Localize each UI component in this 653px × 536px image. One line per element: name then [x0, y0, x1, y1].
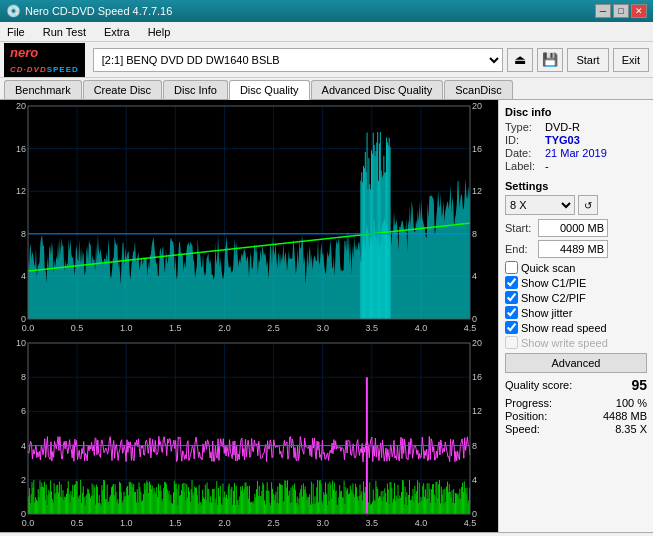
- nero-logo: nero CD·DVDSPEED: [4, 43, 85, 77]
- disc-date-value: 21 Mar 2019: [545, 147, 607, 159]
- menu-run-test[interactable]: Run Test: [40, 25, 89, 39]
- start-input[interactable]: [538, 219, 608, 237]
- disc-type-row: Type: DVD-R: [505, 121, 647, 133]
- tab-benchmark[interactable]: Benchmark: [4, 80, 82, 99]
- show-jitter-label: Show jitter: [521, 307, 572, 319]
- disc-date-row: Date: 21 Mar 2019: [505, 147, 647, 159]
- speed-value: 8.35 X: [615, 423, 647, 435]
- app-icon: 💿: [6, 4, 21, 18]
- show-c1pie-checkbox[interactable]: [505, 276, 518, 289]
- show-jitter-checkbox[interactable]: [505, 306, 518, 319]
- disc-label-label: Label:: [505, 160, 545, 172]
- drive-selector[interactable]: [2:1] BENQ DVD DD DW1640 BSLB: [93, 48, 504, 72]
- toolbar: nero CD·DVDSPEED [2:1] BENQ DVD DD DW164…: [0, 42, 653, 78]
- charts-area: [0, 100, 498, 532]
- start-mb-row: Start:: [505, 219, 647, 237]
- bottom-chart: [0, 337, 498, 532]
- progress-section: Progress: 100 % Position: 4488 MB Speed:…: [505, 397, 647, 435]
- speed-select[interactable]: 8 X 4 X 2 X MAX: [505, 195, 575, 215]
- settings-refresh-icon[interactable]: ↺: [578, 195, 598, 215]
- show-c1pie-row: Show C1/PIE: [505, 276, 647, 289]
- main-content: Disc info Type: DVD-R ID: TYG03 Date: 21…: [0, 100, 653, 532]
- quick-scan-checkbox[interactable]: [505, 261, 518, 274]
- title-bar-controls: ─ □ ✕: [595, 4, 647, 18]
- disc-label-value: -: [545, 160, 549, 172]
- save-icon[interactable]: 💾: [537, 48, 563, 72]
- position-value: 4488 MB: [603, 410, 647, 422]
- exit-button[interactable]: Exit: [613, 48, 649, 72]
- tabs: Benchmark Create Disc Disc Info Disc Qua…: [0, 78, 653, 100]
- title-bar: 💿 Nero CD-DVD Speed 4.7.7.16 ─ □ ✕: [0, 0, 653, 22]
- tab-disc-info[interactable]: Disc Info: [163, 80, 228, 99]
- start-label: Start:: [505, 222, 535, 234]
- disc-type-value: DVD-R: [545, 121, 580, 133]
- quality-score-row: Quality score: 95: [505, 377, 647, 393]
- advanced-button[interactable]: Advanced: [505, 353, 647, 373]
- show-c2pif-label: Show C2/PIF: [521, 292, 586, 304]
- disc-type-label: Type:: [505, 121, 545, 133]
- tab-create-disc[interactable]: Create Disc: [83, 80, 162, 99]
- quick-scan-row: Quick scan: [505, 261, 647, 274]
- end-mb-row: End:: [505, 240, 647, 258]
- menu-bar: File Run Test Extra Help: [0, 22, 653, 42]
- speed-row: 8 X 4 X 2 X MAX ↺: [505, 195, 647, 215]
- top-chart: [0, 100, 498, 337]
- quality-score-label: Quality score:: [505, 379, 572, 391]
- show-write-speed-label: Show write speed: [521, 337, 608, 349]
- disc-info-title: Disc info: [505, 106, 647, 118]
- show-read-speed-row: Show read speed: [505, 321, 647, 334]
- position-label: Position:: [505, 410, 547, 422]
- end-label: End:: [505, 243, 535, 255]
- disc-id-value: TYG03: [545, 134, 580, 146]
- position-row: Position: 4488 MB: [505, 410, 647, 422]
- disc-label-row: Label: -: [505, 160, 647, 172]
- end-input[interactable]: [538, 240, 608, 258]
- stats-bar: PI Errors Average: 3.23 Maximum: 19 Tota…: [0, 532, 653, 536]
- show-c2pif-checkbox[interactable]: [505, 291, 518, 304]
- show-write-speed-row: Show write speed: [505, 336, 647, 349]
- settings-title: Settings: [505, 180, 647, 192]
- close-button[interactable]: ✕: [631, 4, 647, 18]
- title-bar-text: Nero CD-DVD Speed 4.7.7.16: [25, 5, 172, 17]
- show-jitter-row: Show jitter: [505, 306, 647, 319]
- speed-label: Speed:: [505, 423, 540, 435]
- speed-row-progress: Speed: 8.35 X: [505, 423, 647, 435]
- tab-disc-quality[interactable]: Disc Quality: [229, 80, 310, 100]
- progress-label: Progress:: [505, 397, 552, 409]
- show-c1pie-label: Show C1/PIE: [521, 277, 586, 289]
- progress-value: 100 %: [616, 397, 647, 409]
- menu-extra[interactable]: Extra: [101, 25, 133, 39]
- show-read-speed-checkbox[interactable]: [505, 321, 518, 334]
- quality-score-value: 95: [631, 377, 647, 393]
- show-write-speed-checkbox: [505, 336, 518, 349]
- tab-scan-disc[interactable]: ScanDisc: [444, 80, 512, 99]
- quick-scan-label: Quick scan: [521, 262, 575, 274]
- disc-date-label: Date:: [505, 147, 545, 159]
- menu-file[interactable]: File: [4, 25, 28, 39]
- start-button[interactable]: Start: [567, 48, 608, 72]
- show-read-speed-label: Show read speed: [521, 322, 607, 334]
- maximize-button[interactable]: □: [613, 4, 629, 18]
- title-bar-left: 💿 Nero CD-DVD Speed 4.7.7.16: [6, 4, 172, 18]
- disc-id-label: ID:: [505, 134, 545, 146]
- progress-row: Progress: 100 %: [505, 397, 647, 409]
- sidebar: Disc info Type: DVD-R ID: TYG03 Date: 21…: [498, 100, 653, 532]
- tab-advanced-disc-quality[interactable]: Advanced Disc Quality: [311, 80, 444, 99]
- show-c2pif-row: Show C2/PIF: [505, 291, 647, 304]
- eject-icon[interactable]: ⏏: [507, 48, 533, 72]
- disc-info-section: Disc info Type: DVD-R ID: TYG03 Date: 21…: [505, 106, 647, 172]
- disc-id-row: ID: TYG03: [505, 134, 647, 146]
- menu-help[interactable]: Help: [145, 25, 174, 39]
- minimize-button[interactable]: ─: [595, 4, 611, 18]
